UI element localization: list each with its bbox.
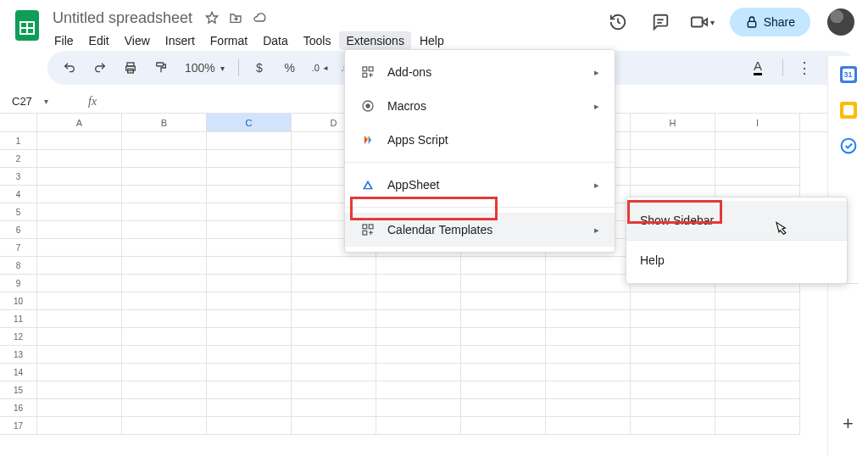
doc-title[interactable]: Untitled spreadsheet xyxy=(47,8,198,28)
row-header[interactable]: 2 xyxy=(0,150,37,168)
row-header[interactable]: 6 xyxy=(0,221,37,239)
cell[interactable] xyxy=(376,292,461,310)
row-header[interactable]: 14 xyxy=(0,364,37,381)
cell[interactable] xyxy=(376,399,461,417)
decrease-decimal[interactable]: .0 ◄ xyxy=(310,58,331,78)
row-header[interactable]: 9 xyxy=(0,275,37,292)
cell[interactable] xyxy=(207,221,292,239)
cell[interactable] xyxy=(37,364,122,381)
cell[interactable] xyxy=(376,275,461,292)
cell[interactable] xyxy=(631,132,715,150)
col-header-I[interactable]: I xyxy=(715,114,800,131)
cell[interactable] xyxy=(631,168,715,186)
cell[interactable] xyxy=(715,168,800,186)
comments-icon[interactable] xyxy=(645,7,676,37)
cell[interactable] xyxy=(546,417,631,435)
cell[interactable] xyxy=(37,186,122,203)
cell[interactable] xyxy=(122,328,207,346)
select-all-corner[interactable] xyxy=(0,114,37,131)
fx-icon[interactable]: fx xyxy=(88,95,97,108)
menu-help[interactable]: Help xyxy=(413,31,451,50)
account-avatar[interactable] xyxy=(827,8,854,36)
move-icon[interactable] xyxy=(228,10,243,25)
menu-tools[interactable]: Tools xyxy=(297,31,338,50)
cell[interactable] xyxy=(376,310,461,328)
cell[interactable] xyxy=(546,292,631,310)
cell[interactable] xyxy=(122,364,207,381)
cell[interactable] xyxy=(37,168,122,186)
currency-button[interactable]: $ xyxy=(249,58,270,78)
cell[interactable] xyxy=(122,203,207,221)
row-header[interactable]: 13 xyxy=(0,346,37,364)
cell[interactable] xyxy=(631,346,715,364)
cell[interactable] xyxy=(207,132,292,150)
cell[interactable] xyxy=(292,417,376,435)
menu-file[interactable]: File xyxy=(47,31,81,50)
cell[interactable] xyxy=(122,275,207,292)
cell[interactable] xyxy=(292,275,376,292)
row-header[interactable]: 3 xyxy=(0,168,37,186)
cell[interactable] xyxy=(122,381,207,399)
cell[interactable] xyxy=(715,381,800,399)
cell[interactable] xyxy=(631,310,715,328)
cell[interactable] xyxy=(37,239,122,257)
cell[interactable] xyxy=(207,417,292,435)
cell[interactable] xyxy=(461,399,546,417)
cell[interactable] xyxy=(461,364,546,381)
cell[interactable] xyxy=(715,132,800,150)
cell[interactable] xyxy=(546,257,631,275)
cell[interactable] xyxy=(461,310,546,328)
cell[interactable] xyxy=(122,292,207,310)
menu-edit[interactable]: Edit xyxy=(82,31,116,50)
col-header-A[interactable]: A xyxy=(37,114,122,131)
menu-data[interactable]: Data xyxy=(256,31,295,50)
cell[interactable] xyxy=(122,168,207,186)
meet-button[interactable]: ▾ xyxy=(687,7,718,37)
cell[interactable] xyxy=(37,221,122,239)
text-color-button[interactable]: A xyxy=(754,60,762,75)
cell[interactable] xyxy=(122,150,207,168)
cell[interactable] xyxy=(715,346,800,364)
cell[interactable] xyxy=(631,292,715,310)
cell[interactable] xyxy=(631,328,715,346)
cell[interactable] xyxy=(37,150,122,168)
cell[interactable] xyxy=(461,257,546,275)
paint-format-button[interactable] xyxy=(151,58,171,78)
cell[interactable] xyxy=(37,275,122,292)
cell[interactable] xyxy=(715,150,800,168)
row-header[interactable]: 7 xyxy=(0,239,37,257)
cell[interactable] xyxy=(292,310,376,328)
cell[interactable] xyxy=(37,257,122,275)
menu-insert[interactable]: Insert xyxy=(159,31,202,50)
cell[interactable] xyxy=(207,346,292,364)
tasks-app-icon[interactable] xyxy=(840,137,857,154)
cloud-status-icon[interactable] xyxy=(252,10,267,25)
cell[interactable] xyxy=(376,257,461,275)
cell[interactable] xyxy=(122,239,207,257)
sheets-logo[interactable] xyxy=(10,8,44,42)
cell[interactable] xyxy=(715,328,800,346)
cell[interactable] xyxy=(631,381,715,399)
ext-add-ons[interactable]: Add-ons▸ xyxy=(345,55,615,89)
cell[interactable] xyxy=(207,364,292,381)
row-header[interactable]: 16 xyxy=(0,399,37,417)
cell[interactable] xyxy=(292,292,376,310)
share-button[interactable]: Share xyxy=(730,8,810,36)
cell[interactable] xyxy=(37,417,122,435)
menu-format[interactable]: Format xyxy=(203,31,254,50)
cell[interactable] xyxy=(546,399,631,417)
keep-app-icon[interactable] xyxy=(840,102,857,119)
cell[interactable] xyxy=(461,346,546,364)
row-header[interactable]: 11 xyxy=(0,310,37,328)
cell[interactable] xyxy=(122,310,207,328)
cell[interactable] xyxy=(461,328,546,346)
cell[interactable] xyxy=(37,328,122,346)
row-header[interactable]: 8 xyxy=(0,257,37,275)
cell[interactable] xyxy=(37,132,122,150)
cell[interactable] xyxy=(631,150,715,168)
cell[interactable] xyxy=(715,292,800,310)
cell[interactable] xyxy=(122,417,207,435)
col-header-H[interactable]: H xyxy=(631,114,715,131)
undo-button[interactable] xyxy=(59,58,80,78)
cell[interactable] xyxy=(292,364,376,381)
